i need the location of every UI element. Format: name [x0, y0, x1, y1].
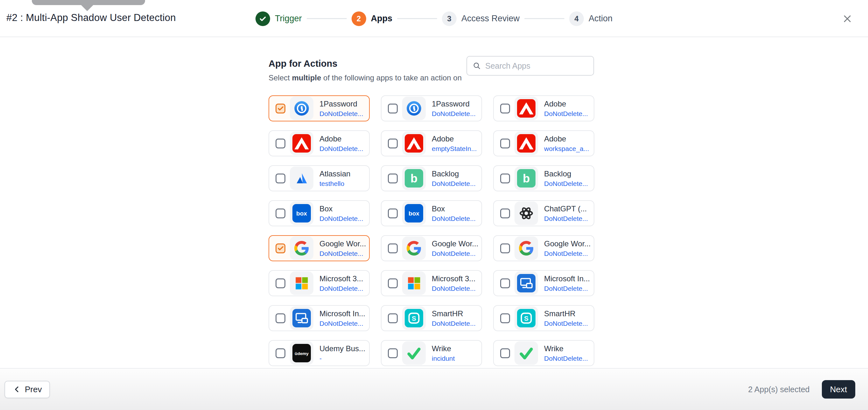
app-checkbox[interactable] [388, 208, 398, 218]
app-checkbox[interactable] [388, 243, 398, 253]
app-instance-link[interactable]: DoNotDelete... [432, 215, 476, 223]
chevron-left-icon [13, 385, 21, 394]
adobe-logo-icon [515, 132, 538, 155]
app-checkbox[interactable] [388, 313, 398, 323]
step-number: 4 [569, 11, 584, 26]
app-instance-link[interactable]: DoNotDelete... [544, 355, 588, 362]
app-instance-link[interactable]: DoNotDelete... [432, 180, 476, 187]
section-heading: App for Actions [269, 59, 462, 69]
app-checkbox[interactable] [388, 139, 398, 148]
app-checkbox[interactable] [388, 278, 398, 288]
app-checkbox[interactable] [388, 174, 398, 183]
app-instance-link[interactable]: DoNotDelete... [544, 180, 588, 187]
app-card[interactable]: boxBoxDoNotDelete... [269, 200, 370, 226]
app-checkbox[interactable] [500, 174, 510, 183]
search-input[interactable] [485, 61, 588, 71]
step-connector [397, 18, 437, 19]
app-instance-link[interactable]: emptyStateIn... [432, 145, 477, 152]
app-checkbox[interactable] [276, 139, 285, 148]
app-checkbox[interactable] [500, 104, 510, 113]
app-name: Adobe [544, 99, 588, 109]
close-icon[interactable] [841, 13, 854, 25]
app-card[interactable]: WrikeDoNotDelete... [493, 340, 594, 366]
app-card[interactable]: bBacklogDoNotDelete... [493, 165, 594, 191]
app-name: Google Wor... [319, 239, 366, 248]
app-instance-link[interactable]: DoNotDelete... [319, 215, 363, 223]
app-instance-link[interactable]: DoNotDelete... [432, 250, 478, 258]
app-checkbox[interactable] [388, 104, 398, 113]
apps-step-content: App for Actions Select multiple of the f… [269, 56, 594, 366]
app-checkbox[interactable] [500, 139, 510, 148]
intune-logo-icon [290, 306, 313, 330]
app-instance-link[interactable]: DoNotDelete... [544, 320, 588, 328]
app-checkbox[interactable] [276, 243, 285, 253]
app-checkbox[interactable] [500, 278, 510, 288]
app-card[interactable]: Microsoft In...DoNotDelete... [493, 270, 594, 296]
app-card[interactable]: 1PasswordDoNotDelete... [269, 95, 370, 122]
app-instance-link[interactable]: DoNotDelete... [432, 110, 476, 117]
app-instance-link[interactable]: DoNotDelete... [319, 285, 363, 293]
app-instance-link[interactable]: DoNotDelete... [544, 285, 590, 293]
app-checkbox[interactable] [500, 348, 510, 358]
svg-text:ûdemy: ûdemy [294, 351, 309, 356]
app-checkbox[interactable] [276, 278, 285, 288]
app-card[interactable]: AdobeDoNotDelete... [269, 130, 370, 157]
prev-button[interactable]: Prev [4, 381, 50, 398]
google-logo-icon [290, 236, 313, 260]
app-name: Microsoft 3... [319, 274, 363, 283]
app-instance-link[interactable]: DoNotDelete... [544, 215, 588, 223]
app-card[interactable]: Google Wor...DoNotDelete... [493, 235, 594, 261]
adobe-logo-icon [402, 132, 426, 155]
app-instance-link[interactable]: DoNotDelete... [319, 110, 363, 117]
app-card[interactable]: ChatGPT (...DoNotDelete... [493, 200, 594, 226]
svg-text:box: box [408, 210, 420, 217]
app-instance-link[interactable]: DoNotDelete... [319, 145, 363, 152]
app-instance-link[interactable]: - [319, 355, 365, 362]
app-checkbox[interactable] [276, 348, 285, 358]
app-card[interactable]: bBacklogDoNotDelete... [381, 165, 482, 191]
app-card[interactable]: Google Wor...DoNotDelete... [381, 235, 482, 261]
app-instance-link[interactable]: DoNotDelete... [544, 110, 588, 117]
app-card[interactable]: SSmartHRDoNotDelete... [493, 305, 594, 331]
app-checkbox[interactable] [276, 208, 285, 218]
app-card[interactable]: Google Wor...DoNotDelete... [269, 235, 370, 261]
app-instance-link[interactable]: DoNotDelete... [544, 250, 591, 258]
app-card[interactable]: Wrikeincidunt [381, 340, 482, 366]
app-instance-link[interactable]: testhello [319, 180, 350, 187]
app-checkbox[interactable] [500, 243, 510, 253]
search-box[interactable] [466, 56, 594, 76]
app-instance-link[interactable]: incidunt [432, 355, 455, 362]
app-card[interactable]: Adobeworkspace_a... [493, 130, 594, 157]
app-card[interactable]: Microsoft In...DoNotDelete... [269, 305, 370, 331]
app-instance-link[interactable]: DoNotDelete... [432, 320, 476, 328]
app-card[interactable]: Microsoft 3...DoNotDelete... [381, 270, 482, 296]
app-card[interactable]: ûdemyUdemy Bus...- [269, 340, 370, 366]
backlog-logo-icon: b [515, 167, 538, 190]
app-checkbox[interactable] [388, 348, 398, 358]
app-name: Backlog [432, 169, 476, 179]
app-card[interactable]: Microsoft 3...DoNotDelete... [269, 270, 370, 296]
app-card[interactable]: AdobeemptyStateIn... [381, 130, 482, 157]
next-button[interactable]: Next [822, 380, 855, 399]
app-instance-link[interactable]: workspace_a... [544, 145, 589, 152]
app-card[interactable]: SSmartHRDoNotDelete... [381, 305, 482, 331]
app-checkbox[interactable] [500, 208, 510, 218]
app-checkbox[interactable] [276, 313, 285, 323]
app-card[interactable]: boxBoxDoNotDelete... [381, 200, 482, 226]
app-card[interactable]: 1PasswordDoNotDelete... [381, 95, 482, 122]
app-instance-link[interactable]: DoNotDelete... [432, 285, 476, 293]
microsoft365-logo-icon [402, 271, 426, 295]
app-checkbox[interactable] [276, 174, 285, 183]
wrike-logo-icon [515, 341, 538, 365]
app-checkbox[interactable] [276, 104, 285, 113]
app-instance-link[interactable]: DoNotDelete... [319, 320, 365, 328]
svg-text:box: box [296, 210, 307, 217]
app-checkbox[interactable] [500, 313, 510, 323]
app-card[interactable]: AdobeDoNotDelete... [493, 95, 594, 122]
app-card[interactable]: Atlassiantesthello [269, 165, 370, 191]
app-instance-link[interactable]: DoNotDelete... [319, 250, 366, 258]
onepassword-logo-icon [402, 97, 426, 120]
apps-grid: 1PasswordDoNotDelete...1PasswordDoNotDel… [269, 95, 594, 366]
app-name: Box [432, 204, 476, 213]
stepper: Trigger2Apps3Access Review4Action [255, 0, 613, 37]
